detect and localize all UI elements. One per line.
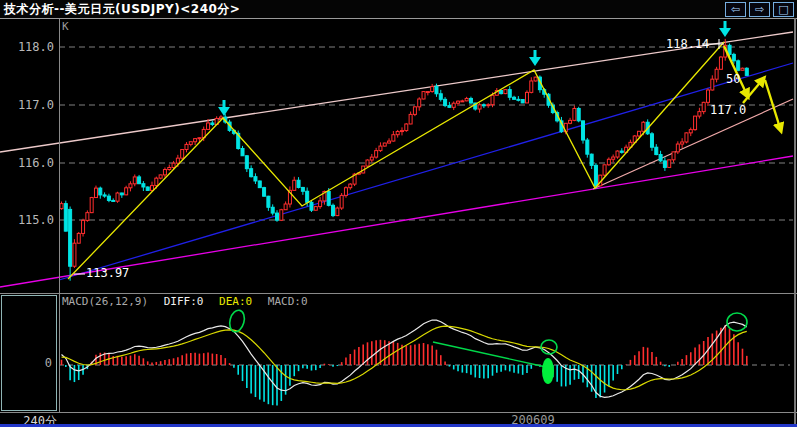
title-bar: 技术分析--美元日元(USDJPY)<240分> ⇦ ⇨ □	[0, 0, 797, 18]
technical-analysis-window: 技术分析--美元日元(USDJPY)<240分> ⇦ ⇨ □ K 118.0 1…	[0, 0, 797, 427]
forward-arrow-button[interactable]: ⇨	[749, 2, 770, 17]
y-axis-tick: 118.0	[0, 40, 54, 54]
bottom-separator	[0, 412, 797, 413]
maximize-button[interactable]: □	[773, 2, 794, 17]
macd-value-label: MACD:0	[268, 295, 308, 308]
window-title: 技术分析--美元日元(USDJPY)<240分>	[4, 1, 240, 18]
title-separator	[0, 18, 797, 19]
y-axis-tick: 117.0	[0, 98, 54, 112]
dea-value-label: DEA:0	[219, 295, 252, 308]
price-annotation: 50	[726, 72, 740, 86]
y-axis-tick: 116.0	[0, 156, 54, 170]
chart-type-label: K	[62, 20, 69, 33]
macd-chart-canvas[interactable]	[0, 294, 797, 424]
back-arrow-button[interactable]: ⇦	[725, 2, 746, 17]
price-annotation: 118.14	[666, 37, 709, 51]
toolbar: ⇦ ⇨ □	[725, 2, 794, 17]
y-axis-tick: 115.0	[0, 213, 54, 227]
macd-zero-label: 0	[45, 356, 52, 370]
diff-value-label: DIFF:0	[164, 295, 204, 308]
macd-axis-box: 0	[1, 295, 57, 411]
window-right-border	[794, 18, 796, 427]
price-chart-canvas[interactable]	[0, 19, 797, 294]
panel-separator	[0, 293, 797, 294]
price-annotation: 117.0	[710, 103, 746, 117]
axis-border	[59, 19, 60, 412]
macd-params-label: MACD(26,12,9)	[62, 295, 148, 308]
macd-header: MACD(26,12,9) DIFF:0 DEA:0 MACD:0	[62, 295, 308, 308]
price-annotation: 113.97	[86, 266, 129, 280]
